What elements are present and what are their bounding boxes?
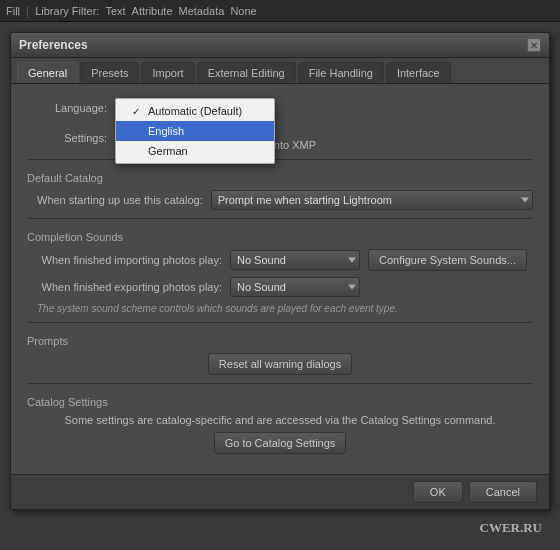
- language-option-german[interactable]: German: [116, 141, 274, 161]
- default-catalog-section-label: Default Catalog: [27, 172, 533, 184]
- prompts-section-label: Prompts: [27, 335, 533, 347]
- settings-label: Settings:: [27, 132, 107, 144]
- catalog-settings-section-label: Catalog Settings: [27, 396, 533, 408]
- close-button[interactable]: ✕: [527, 38, 541, 52]
- export-sound-row: When finished exporting photos play: No …: [27, 277, 533, 297]
- import-sound-dropdown[interactable]: No Sound: [230, 250, 360, 270]
- dialog-title-bar: Preferences ✕: [11, 33, 549, 58]
- dialog-footer: OK Cancel: [11, 474, 549, 509]
- export-sound-label: When finished exporting photos play:: [27, 281, 222, 293]
- catalog-settings-info: Some settings are catalog-specific and a…: [27, 414, 533, 426]
- top-bar-filter: Library Filter:: [35, 5, 99, 17]
- tab-general[interactable]: General: [17, 62, 78, 83]
- import-sound-dropdown-area: No Sound Configure System Sounds...: [230, 249, 527, 271]
- language-dropdown-container[interactable]: Automatic (Default) ✓ Automatic (Default…: [115, 98, 245, 118]
- language-option-automatic[interactable]: ✓ Automatic (Default): [116, 101, 274, 121]
- language-row: Language: Automatic (Default) ✓ Automati…: [27, 98, 533, 118]
- reset-warnings-button[interactable]: Reset all warning dialogs: [208, 353, 352, 375]
- divider-4: [27, 383, 533, 384]
- language-dropdown-popup: ✓ Automatic (Default) English German: [115, 98, 275, 164]
- checkmark-icon: ✓: [132, 106, 144, 117]
- tab-file-handling[interactable]: File Handling: [298, 62, 384, 83]
- tab-presets[interactable]: Presets: [80, 62, 139, 83]
- top-bar-fill: Fill: [6, 5, 20, 17]
- sound-info-text: The system sound scheme controls which s…: [37, 303, 533, 314]
- import-sound-row: When finished importing photos play: No …: [27, 249, 533, 271]
- tabs-container: General Presets Import External Editing …: [11, 58, 549, 84]
- divider-1: [27, 159, 533, 160]
- catalog-row-label: When starting up use this catalog:: [37, 194, 203, 206]
- configure-sounds-button[interactable]: Configure System Sounds...: [368, 249, 527, 271]
- language-option-english[interactable]: English: [116, 121, 274, 141]
- catalog-dropdown-wrapper[interactable]: Prompt me when starting Lightroom: [211, 190, 533, 210]
- export-sound-dropdown-wrapper[interactable]: No Sound: [230, 277, 360, 297]
- import-sound-dropdown-wrapper[interactable]: No Sound: [230, 250, 360, 270]
- dialog-title: Preferences: [19, 38, 88, 52]
- catalog-dropdown[interactable]: Prompt me when starting Lightroom: [211, 190, 533, 210]
- ok-button[interactable]: OK: [413, 481, 463, 503]
- catalog-row: When starting up use this catalog: Promp…: [37, 190, 533, 210]
- completion-sounds-section-label: Completion Sounds: [27, 231, 533, 243]
- divider-2: [27, 218, 533, 219]
- goto-catalog-btn-row: Go to Catalog Settings: [27, 432, 533, 454]
- top-bar-none: None: [230, 5, 256, 17]
- reset-btn-row: Reset all warning dialogs: [27, 353, 533, 375]
- export-sound-dropdown[interactable]: No Sound: [230, 277, 360, 297]
- top-bar-metadata: Metadata: [179, 5, 225, 17]
- tab-external-editing[interactable]: External Editing: [197, 62, 296, 83]
- settings-row: Settings: Apply settings on startup Auto…: [27, 124, 533, 151]
- dialog-content: Language: Automatic (Default) ✓ Automati…: [11, 84, 549, 474]
- cancel-button[interactable]: Cancel: [469, 481, 537, 503]
- language-label: Language:: [27, 102, 107, 114]
- top-bar-text: Text: [105, 5, 125, 17]
- watermark: CWER.RU: [480, 520, 542, 536]
- export-sound-dropdown-area: No Sound: [230, 277, 360, 297]
- top-bar: Fill | Library Filter: Text Attribute Me…: [0, 0, 560, 22]
- tab-import[interactable]: Import: [141, 62, 194, 83]
- goto-catalog-settings-button[interactable]: Go to Catalog Settings: [214, 432, 347, 454]
- tab-interface[interactable]: Interface: [386, 62, 451, 83]
- divider-3: [27, 322, 533, 323]
- preferences-dialog: Preferences ✕ General Presets Import Ext…: [10, 32, 550, 510]
- top-bar-attribute: Attribute: [132, 5, 173, 17]
- import-sound-label: When finished importing photos play:: [27, 254, 222, 266]
